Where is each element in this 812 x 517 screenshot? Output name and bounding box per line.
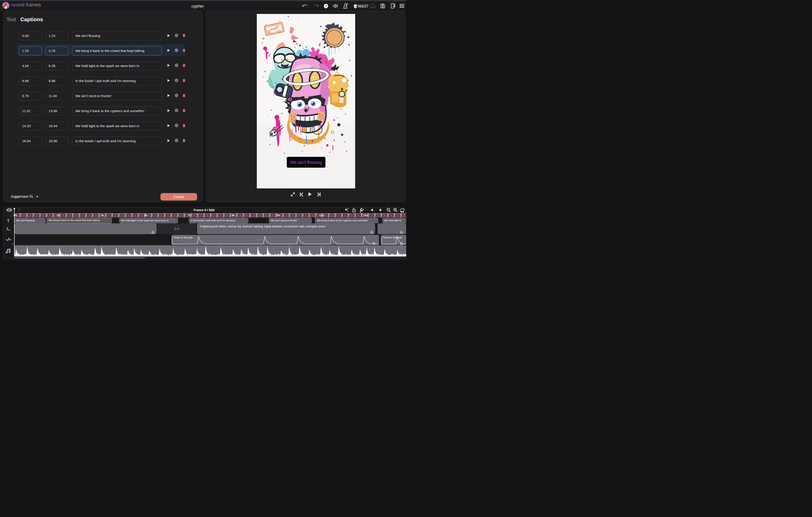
svg-text:We ain't flossing: We ain't flossing [290, 160, 322, 165]
svg-text:?: ? [325, 4, 327, 8]
